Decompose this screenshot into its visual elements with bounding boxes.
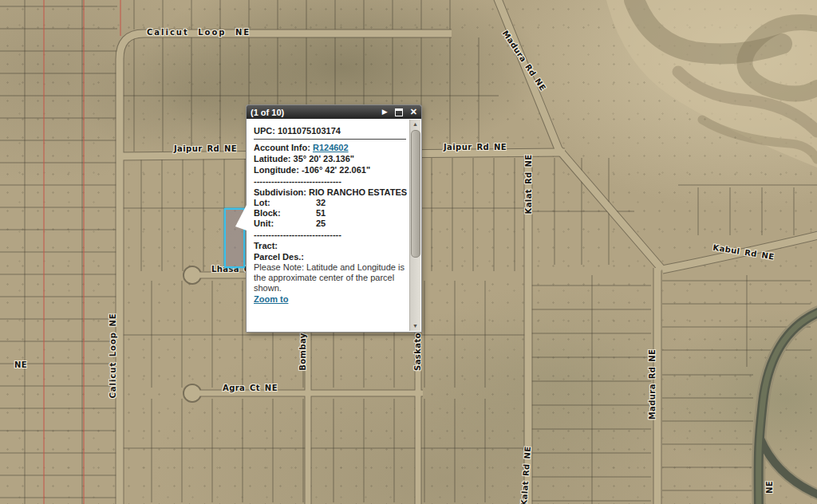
unit-value: 25 [316, 219, 326, 228]
arroyo-wash [606, 0, 817, 167]
popup-result-counter: (1 of 10) [251, 108, 375, 117]
road-label-saskato-rd: Saskato [413, 333, 422, 371]
block-label: Block: [254, 208, 316, 219]
subdivision-value: RIO RANCHO ESTATES [309, 187, 407, 197]
account-link[interactable]: R124602 [313, 143, 349, 152]
road-label-calicut-loop-top: Calicut Loop NE [147, 28, 251, 37]
longitude-value: -106° 42' 22.061" [302, 165, 370, 175]
dashed-divider-2: ------------------------------ [254, 229, 408, 240]
road-label-calicut-loop-west: Calicut Loop NE [109, 313, 117, 398]
block-row: Block:51 [254, 208, 408, 219]
unit-label: Unit: [254, 219, 316, 229]
road-label-ne-bottom-right: NE [765, 481, 774, 494]
lot-label: Lot: [254, 198, 316, 208]
upc-value: 1011075103174 [278, 126, 341, 136]
road-label-jaipur-rd-east: Jaipur Rd NE [444, 143, 507, 152]
map-canvas[interactable]: Calicut Loop NE Madura Rd NE Jaipur Rd N… [0, 0, 817, 504]
road-label-madura-rd-south: Madura Rd NE [648, 349, 657, 419]
dashed-divider: ------------------------------ [254, 175, 408, 187]
unit-row: Unit:25 [254, 219, 408, 229]
longitude-label: Longitude: [254, 165, 299, 175]
lot-row: Lot:32 [254, 198, 408, 208]
scrollbar-thumb[interactable] [411, 130, 420, 258]
subdivision-label: Subdivision: [254, 187, 306, 197]
popup-scrollbar[interactable]: ▲ ▼ [409, 120, 420, 331]
road-label-jaipur-rd-west: Jaipur Rd NE [174, 144, 237, 153]
popup-pointer [235, 205, 247, 230]
note-text: Please Note: Latitude and Longitude is t… [254, 262, 408, 293]
road-label-ne-left-edge: NE [14, 360, 27, 369]
popup-titlebar[interactable]: (1 of 10) ▶ ✕ [247, 105, 421, 119]
zoom-to-link[interactable]: Zoom to [254, 294, 288, 304]
latitude-row: Latitude: 35° 20' 23.136" [254, 153, 408, 164]
longitude-row: Longitude: -106° 42' 22.061" [254, 164, 408, 175]
paved-road [759, 311, 817, 504]
scroll-up-icon[interactable]: ▲ [410, 120, 420, 129]
zoom-to-row: Zoom to [254, 293, 408, 305]
parcel-des-row: Parcel Des.: [254, 251, 408, 262]
upc-label: UPC: [254, 126, 275, 136]
account-row: Account Info: R124602 [254, 142, 408, 153]
block-value: 51 [316, 208, 326, 218]
parcel-info-popup: (1 of 10) ▶ ✕ UPC: 1011075103174 Account… [246, 104, 422, 333]
scroll-down-icon[interactable]: ▼ [410, 321, 420, 331]
latitude-value: 35° 20' 23.136" [294, 154, 354, 163]
maximize-icon[interactable] [395, 108, 403, 116]
upc-row: UPC: 1011075103174 [254, 125, 408, 136]
subdivision-row: Subdivision: RIO RANCHO ESTATES [254, 187, 408, 198]
road-label-agra-ct: Agra Ct NE [223, 384, 278, 392]
close-icon[interactable]: ✕ [410, 106, 417, 118]
latitude-label: Latitude: [254, 154, 290, 163]
divider-rule [254, 139, 406, 140]
lot-value: 32 [316, 198, 326, 207]
road-label-bombay-rd: Bombay [298, 333, 307, 370]
next-result-icon[interactable]: ▶ [382, 106, 388, 118]
popup-body: UPC: 1011075103174 Account Info: R124602… [247, 119, 410, 332]
road-label-kalat-rd-upper: Kalat Rd NE [524, 155, 533, 215]
tract-row: Tract: [254, 240, 408, 251]
account-label: Account Info: [254, 143, 310, 152]
